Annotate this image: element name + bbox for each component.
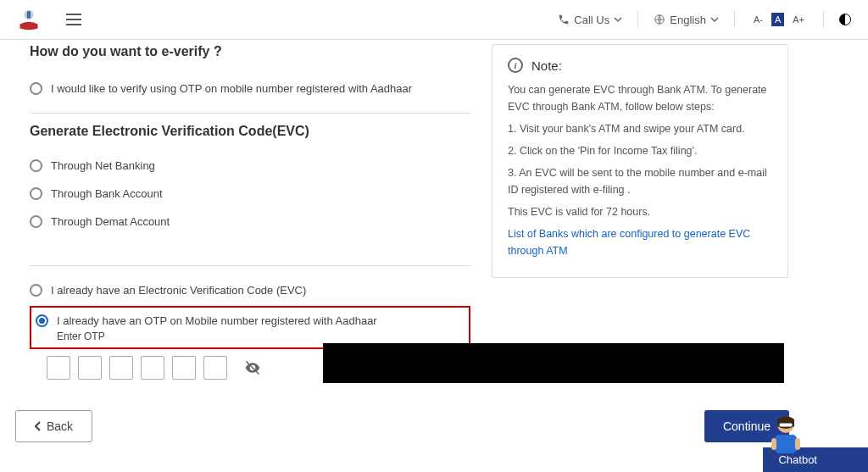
back-button[interactable]: Back (15, 410, 92, 442)
note-column: i Note: You can generate EVC through Ban… (492, 44, 788, 380)
radio-icon (36, 314, 48, 327)
top-header: Call Us English A- A A+ (0, 0, 868, 40)
otp-digit-5[interactable] (172, 356, 196, 380)
divider (637, 11, 638, 28)
chevron-down-icon (614, 15, 622, 24)
otp-digit-1[interactable] (47, 356, 70, 380)
chevron-down-icon (710, 15, 719, 24)
font-default-button[interactable]: A (771, 13, 784, 26)
option-net-banking[interactable]: Through Net Banking (30, 152, 470, 180)
header-right: Call Us English A- A A+ (558, 11, 851, 28)
hamburger-menu-icon[interactable] (66, 14, 81, 25)
radio-icon (30, 215, 42, 228)
radio-icon (30, 284, 42, 297)
note-body: You can generate EVC through Bank ATM. T… (508, 81, 772, 259)
note-validity: This EVC is valid for 72 hours. (508, 203, 772, 220)
page-question: How do you want to e-verify ? (30, 44, 470, 59)
svg-rect-7 (771, 438, 776, 450)
language-dropdown[interactable]: English (654, 14, 719, 26)
note-step: 2. Click on the 'Pin for Income Tax fili… (508, 142, 772, 159)
divider (734, 11, 735, 28)
phone-icon (558, 14, 570, 25)
otp-digit-3[interactable] (109, 356, 133, 380)
divider (823, 11, 824, 28)
option-bank-account[interactable]: Through Bank Account (30, 180, 470, 208)
option-have-otp[interactable]: I already have an OTP on Mobile number r… (36, 313, 465, 329)
globe-icon (654, 14, 665, 25)
info-icon: i (508, 58, 523, 73)
svg-rect-6 (775, 435, 797, 453)
footer-buttons: Back Continue (0, 410, 868, 442)
note-title-row: i Note: (508, 58, 772, 73)
font-decrease-button[interactable]: A- (750, 13, 766, 26)
radio-icon (30, 187, 42, 200)
evc-section-heading: Generate Electronic Verification Code(EV… (30, 124, 470, 139)
chatbot-avatar-icon[interactable] (765, 411, 807, 453)
note-card: i Note: You can generate EVC through Ban… (492, 44, 788, 278)
option-aadhaar-otp[interactable]: I would like to verify using OTP on mobi… (30, 75, 470, 103)
svg-rect-5 (779, 423, 793, 427)
font-size-controls: A- A A+ (750, 13, 808, 26)
divider (30, 265, 470, 266)
svg-rect-1 (27, 11, 31, 18)
otp-boxes (47, 356, 227, 380)
svg-rect-8 (795, 438, 800, 450)
site-logo (17, 8, 41, 31)
redacted-region (323, 343, 784, 383)
options-column: How do you want to e-verify ? I would li… (30, 44, 470, 380)
note-step: 1. Visit your bank's ATM and swipe your … (508, 120, 772, 137)
otp-digit-4[interactable] (141, 356, 164, 380)
chevron-left-icon (35, 421, 42, 431)
main-content: How do you want to e-verify ? I would li… (0, 40, 868, 380)
header-left (17, 8, 81, 31)
bank-list-link[interactable]: List of Banks which are configured to ge… (508, 228, 750, 257)
radio-icon (30, 159, 42, 172)
option-have-evc[interactable]: I already have an Electronic Verificatio… (30, 276, 470, 304)
font-increase-button[interactable]: A+ (789, 13, 808, 26)
enter-otp-label: Enter OTP (57, 330, 465, 342)
call-us-dropdown[interactable]: Call Us (558, 14, 622, 26)
otp-digit-2[interactable] (78, 356, 102, 380)
divider (30, 113, 470, 114)
contrast-toggle-icon[interactable] (839, 14, 851, 25)
note-intro: You can generate EVC through Bank ATM. T… (508, 81, 772, 115)
visibility-off-icon[interactable] (244, 359, 261, 376)
radio-icon (30, 82, 42, 95)
option-demat-account[interactable]: Through Demat Account (30, 208, 470, 236)
otp-digit-6[interactable] (203, 356, 227, 380)
note-step: 3. An EVC will be sent to the mobile num… (508, 164, 772, 198)
